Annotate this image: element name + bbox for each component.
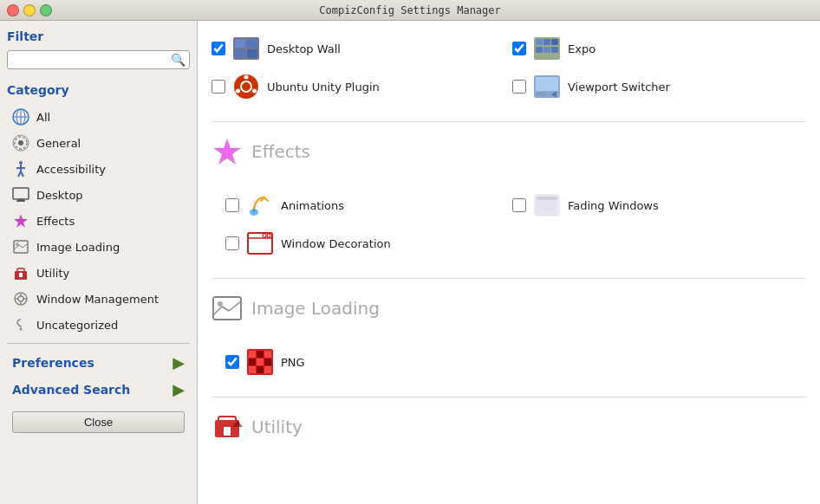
svg-line-63 [213,307,222,315]
expo-icon [533,35,561,62]
fading-windows-icon [533,191,561,219]
svg-line-18 [19,245,23,248]
close-window-btn[interactable] [7,4,19,16]
svg-rect-14 [16,200,25,202]
svg-rect-74 [249,366,256,373]
svg-line-11 [21,171,23,177]
plugin-item-ubuntu-unity[interactable]: Ubuntu Unity Plugin [212,73,505,100]
svg-line-19 [23,243,28,248]
sidebar-item-effects[interactable]: Effects [7,210,190,232]
sidebar-item-image-loading-label: Image Loading [36,241,120,254]
svg-rect-58 [248,233,272,254]
filter-input[interactable] [11,54,171,67]
preferences-row[interactable]: Preferences ▶ [7,351,190,374]
sidebar-item-image-loading[interactable]: Image Loading [7,236,190,258]
svg-rect-50 [536,93,546,96]
sidebar-item-accessibility[interactable]: Accessibility [7,158,190,180]
sidebar-item-desktop-label: Desktop [36,189,83,202]
minimize-window-btn[interactable] [23,4,36,16]
filter-label: Filter [7,29,190,43]
svg-rect-40 [536,47,543,53]
ubuntu-unity-checkbox[interactable] [212,80,225,94]
desktop-wall-checkbox[interactable] [212,42,225,55]
filter-clear-icon[interactable]: 🔍 [171,53,185,67]
fading-windows-checkbox[interactable] [512,198,526,212]
sidebar-item-effects-label: Effects [36,215,75,228]
svg-rect-73 [264,359,271,365]
filter-input-wrap[interactable]: 🔍 [7,50,190,69]
maximize-window-btn[interactable] [40,4,52,16]
sidebar-divider [7,343,190,344]
window-decoration-label: Window Decoration [281,237,391,250]
ubuntu-unity-label: Ubuntu Unity Plugin [267,81,380,94]
svg-rect-37 [536,39,543,45]
main-container: Filter 🔍 Category All [0,21,820,504]
animations-checkbox[interactable] [225,198,239,212]
image-loading-plugins-grid: PNG [212,341,806,383]
plugin-item-expo[interactable]: Expo [512,35,806,62]
sidebar-item-utility-label: Utility [36,267,69,280]
svg-point-4 [18,140,23,145]
image-loading-section-title: Image Loading [251,298,380,319]
animations-label: Animations [281,199,344,212]
utility-icon [12,264,29,281]
ubuntu-unity-icon [232,73,260,100]
sidebar-item-utility[interactable]: Utility [7,262,190,284]
png-checkbox[interactable] [225,355,239,369]
svg-point-47 [236,89,240,94]
svg-point-66 [218,301,223,307]
svg-rect-57 [537,197,557,200]
advanced-search-label: Advanced Search [12,383,130,397]
plugin-item-desktop-wall[interactable]: Desktop Wall [212,35,505,62]
desktop-wall-icon [232,35,260,62]
window-decoration-checkbox[interactable] [225,236,239,250]
expo-checkbox[interactable] [512,42,526,55]
svg-point-20 [16,242,19,246]
sidebar-item-window-management[interactable]: Window Management [7,288,190,310]
advanced-search-row[interactable]: Advanced Search ▶ [7,378,190,401]
png-label: PNG [281,356,305,369]
sidebar-item-window-management-label: Window Management [36,293,159,306]
svg-rect-35 [247,49,257,58]
svg-line-64 [222,307,229,311]
sidebar-item-general[interactable]: General [7,132,190,154]
plugin-item-window-decoration[interactable]: Window Decoration [225,229,505,257]
effects-section-header: Effects [212,136,806,174]
animations-icon [246,191,274,219]
plugin-item-animations[interactable]: Animations [225,191,505,219]
image-loading-icon [12,238,29,255]
plugin-item-viewport-switcher[interactable]: Viewport Switcher [512,73,806,100]
utility-section-icon [212,411,243,443]
svg-marker-15 [14,214,28,228]
sidebar-item-desktop[interactable]: Desktop [7,184,190,206]
svg-rect-69 [257,351,264,358]
window-management-icon [12,290,29,307]
divider-effects [212,121,806,122]
effects-plugins-grid: Animations Fading Windows [212,184,806,264]
svg-point-54 [250,209,258,216]
effects-section-icon [212,136,243,167]
viewport-switcher-checkbox[interactable] [512,80,526,94]
png-icon [246,348,274,376]
sidebar-item-all[interactable]: All [7,106,190,128]
svg-rect-79 [224,427,231,436]
content-area: Desktop Wall Expo [198,21,820,504]
plugin-item-png[interactable]: PNG [225,348,505,376]
effects-icon [12,212,29,229]
sidebar: Filter 🔍 Category All [0,21,198,504]
svg-point-7 [19,161,23,165]
viewport-switcher-icon [533,73,561,100]
category-label: Category [7,83,190,97]
sidebar-item-uncategorized[interactable]: Uncategorized [7,313,190,336]
sidebar-item-all-label: All [36,111,50,124]
window-controls[interactable] [7,4,59,16]
svg-point-25 [18,296,23,301]
desktop-wall-label: Desktop Wall [267,42,341,55]
svg-rect-49 [536,77,558,91]
preferences-arrow: ▶ [172,353,185,372]
divider-image-loading [212,278,806,279]
close-button[interactable]: Close [12,411,185,433]
svg-rect-34 [235,49,245,58]
sidebar-item-accessibility-label: Accessibility [36,163,106,176]
plugin-item-fading-windows[interactable]: Fading Windows [512,191,792,219]
